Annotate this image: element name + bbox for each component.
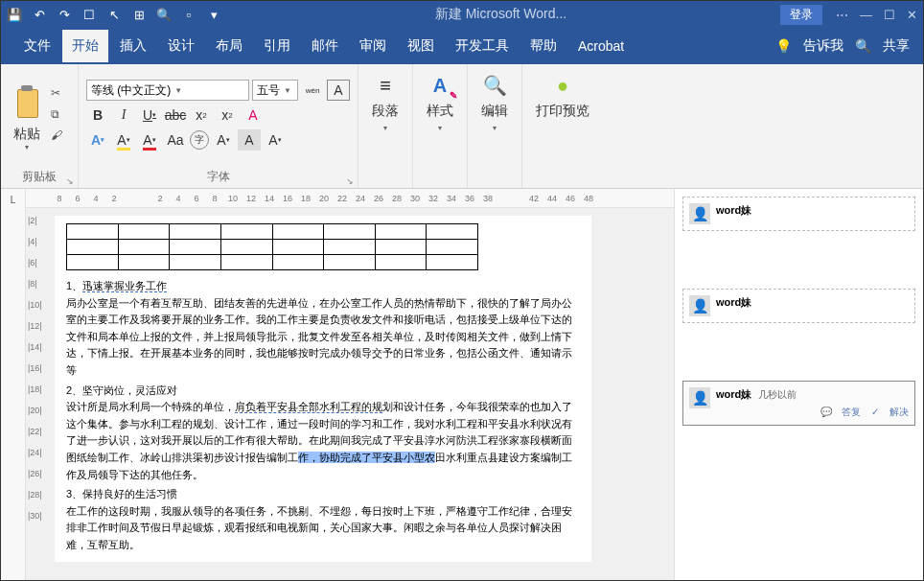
clipboard-launcher-icon[interactable]: ↘ (66, 176, 74, 186)
copy-icon[interactable]: ⧉ (51, 107, 70, 123)
paste-icon (12, 83, 42, 122)
font-color-button[interactable]: A▾ (138, 129, 161, 151)
font-size-select[interactable]: 五号▼ (252, 80, 298, 101)
group-font: 等线 (中文正文)▼ 五号▼ wén A B I U▾ abc x2 x2 A … (79, 64, 358, 188)
cut-icon[interactable]: ✂ (51, 86, 70, 102)
close-icon[interactable]: ✕ (907, 8, 917, 22)
comment-item[interactable]: 👤 word妹 (682, 197, 915, 231)
asian-layout-button[interactable]: A▾ (264, 129, 287, 151)
quick-access-toolbar: 💾 ↶ ↷ ☐ ↖ ⊞ 🔍 ▫ ▾ (7, 7, 221, 22)
undo-icon[interactable]: ↶ (32, 7, 47, 22)
paste-label: 粘贴 (13, 126, 40, 143)
selected-text: 作，协助完成了平安县小型农 (298, 452, 435, 463)
comments-pane: 👤 word妹 👤 word妹 👤 word妹 几秒以前 💬 答复 ✓ 解决 (674, 189, 923, 581)
share-label[interactable]: 共享 (883, 37, 910, 55)
avatar-icon: 👤 (689, 295, 710, 316)
highlight-button[interactable]: A▾ (112, 129, 135, 151)
change-case-button[interactable]: Aa (164, 129, 187, 151)
group-clipboard: 粘贴▾ ✂ ⧉ 🖌 剪贴板↘ (1, 64, 79, 188)
grow-font-button[interactable]: A▾ (212, 129, 235, 151)
resolve-button[interactable]: ✓ 解决 (871, 407, 909, 417)
qat-icon-2[interactable]: ⊞ (131, 7, 147, 22)
share-icon[interactable]: 🔍 (855, 38, 871, 54)
reply-button[interactable]: 💬 答复 (820, 407, 862, 417)
menu-bar: 文件 开始 插入 设计 布局 引用 邮件 审阅 视图 开发工具 帮助 Acrob… (1, 28, 923, 64)
document-table[interactable] (66, 223, 478, 270)
menu-view[interactable]: 视图 (398, 30, 444, 62)
underline-button[interactable]: U▾ (138, 105, 161, 126)
format-painter-icon[interactable]: 🖌 (51, 128, 70, 144)
font-name-select[interactable]: 等线 (中文正文)▼ (86, 80, 249, 101)
menu-insert[interactable]: 插入 (110, 30, 156, 62)
body-text[interactable]: 在工作的这段时期，我服从领导的各项任务，不挑剔、不埋怨，每日按时上下班，严格遵守… (66, 503, 580, 554)
text-effect-button[interactable]: A▾ (86, 129, 109, 151)
vertical-ruler: L (1, 189, 26, 581)
font-launcher-icon[interactable]: ↘ (346, 176, 354, 186)
font-group-label: 字体 (207, 170, 230, 183)
ribbon: 粘贴▾ ✂ ⧉ 🖌 剪贴板↘ 等线 (中文正文)▼ 五号▼ wén A B I (1, 64, 923, 189)
window-controls: ⋯ — ☐ ✕ (836, 8, 917, 22)
bold-button[interactable]: B (86, 105, 109, 126)
comment-time: 几秒以前 (758, 389, 797, 400)
comment-author: word妹 (716, 296, 751, 308)
chevron-down-icon: ▼ (174, 86, 182, 95)
save-icon[interactable]: 💾 (7, 7, 22, 22)
enclose-char-button[interactable]: 字 (190, 130, 209, 150)
qat-cursor-icon[interactable]: ↖ (106, 7, 122, 22)
paragraph-label: 段落 (372, 103, 399, 120)
comment-author: word妹 (716, 204, 751, 216)
print-preview-label: 打印预览 (536, 103, 589, 120)
chevron-down-icon: ▼ (284, 86, 291, 95)
menu-file[interactable]: 文件 (14, 30, 60, 62)
qat-zoom-icon[interactable]: 🔍 (156, 7, 172, 22)
ribbon-options-icon[interactable]: ⋯ (836, 8, 848, 22)
menu-home[interactable]: 开始 (62, 30, 108, 62)
body-text[interactable]: 局办公室是一个有着互帮互助、团结友善的先进单位，在办公室工作人员的热情帮助下，很… (66, 295, 580, 380)
menu-review[interactable]: 审阅 (350, 30, 396, 62)
styles-label: 样式 (427, 103, 453, 120)
superscript-button[interactable]: x2 (216, 105, 239, 126)
menu-references[interactable]: 引用 (254, 30, 300, 62)
page-canvas[interactable]: |2||4||6||8||10||12||14||16||18||20||22|… (26, 208, 674, 581)
group-paragraph: ≡ 段落 ▾ (358, 64, 413, 188)
subscript-button[interactable]: x2 (190, 105, 213, 126)
group-editing: 🔍 编辑 ▾ (468, 64, 522, 188)
print-preview-icon[interactable]: ● (549, 72, 576, 99)
menu-dev[interactable]: 开发工具 (446, 30, 519, 62)
login-button[interactable]: 登录 (780, 5, 822, 25)
page[interactable]: 1、迅速掌握业务工作 局办公室是一个有着互帮互助、团结友善的先进单位，在办公室工… (55, 216, 591, 562)
body-text[interactable]: 设计所是局水利局一个特殊的单位，肩负着平安县全部水利工程的规划和设计任务，今年我… (66, 399, 580, 483)
comment-item-selected[interactable]: 👤 word妹 几秒以前 💬 答复 ✓ 解决 (682, 381, 915, 426)
strike-button[interactable]: abc (164, 105, 187, 126)
char-border-button[interactable]: A (327, 80, 350, 101)
phonetic-guide-button[interactable]: wén (301, 80, 324, 101)
group-styles: A✎ 样式 ▾ (413, 64, 468, 188)
qat-icon-3[interactable]: ▫ (181, 7, 196, 22)
horizontal-ruler[interactable]: 8642246810121416182022242628303234363842… (26, 189, 674, 208)
find-icon[interactable]: 🔍 (481, 72, 508, 99)
comment-item[interactable]: 👤 word妹 (682, 289, 915, 323)
menu-mail[interactable]: 邮件 (302, 30, 348, 62)
menu-acrobat[interactable]: Acrobat (568, 31, 634, 61)
char-shading-button[interactable]: A (238, 129, 261, 151)
maximize-icon[interactable]: ☐ (884, 8, 895, 22)
italic-button[interactable]: I (112, 105, 135, 126)
title-bar: 💾 ↶ ↷ ☐ ↖ ⊞ 🔍 ▫ ▾ 新建 Microsoft Word... 登… (1, 1, 923, 28)
minimize-icon[interactable]: — (860, 8, 872, 22)
qat-dropdown-icon[interactable]: ▾ (206, 7, 221, 22)
tracked-text[interactable]: 迅速掌握业务工作 (82, 280, 167, 292)
tellme-icon[interactable]: 💡 (775, 38, 792, 54)
tracked-text: 肩负着平安县全部水利工程的规 (235, 401, 382, 413)
tellme-label[interactable]: 告诉我 (803, 37, 843, 55)
qat-icon-1[interactable]: ☐ (81, 7, 97, 22)
menu-design[interactable]: 设计 (158, 30, 204, 62)
menu-help[interactable]: 帮助 (520, 30, 566, 62)
document-area: 8642246810121416182022242628303234363842… (26, 189, 674, 581)
redo-icon[interactable]: ↷ (57, 7, 72, 22)
paste-button[interactable] (9, 80, 45, 126)
avatar-icon: 👤 (689, 387, 710, 408)
clear-format-button[interactable]: A (242, 105, 265, 126)
menu-layout[interactable]: 布局 (206, 30, 252, 62)
paragraph-icon[interactable]: ≡ (372, 72, 399, 99)
styles-icon[interactable]: A✎ (427, 72, 453, 99)
